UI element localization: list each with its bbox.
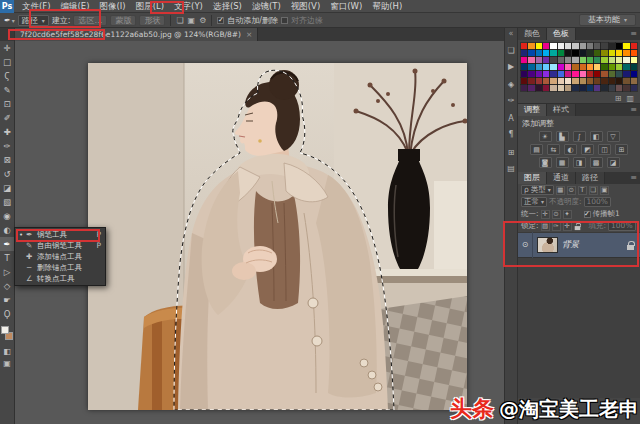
color-swatch[interactable] bbox=[587, 50, 593, 56]
filter-kind-icon[interactable]: T bbox=[578, 186, 587, 195]
flyout-menu-item[interactable]: − 删除锚点工具 bbox=[15, 262, 105, 273]
color-swatch[interactable] bbox=[550, 85, 556, 91]
color-swatch[interactable] bbox=[536, 50, 542, 56]
color-swatch[interactable] bbox=[543, 50, 549, 56]
tool-button[interactable]: ◪ bbox=[0, 181, 14, 195]
color-swatch[interactable] bbox=[543, 57, 549, 63]
tool-button[interactable]: ◇ bbox=[0, 279, 14, 293]
tab-swatches[interactable]: 色板 bbox=[547, 28, 576, 40]
color-swatch[interactable] bbox=[623, 78, 629, 84]
color-swatch[interactable] bbox=[580, 71, 586, 77]
fill-value[interactable]: 100% bbox=[608, 221, 635, 231]
color-swatch[interactable] bbox=[616, 50, 622, 56]
filter-kind-icon[interactable]: ⊙ bbox=[567, 186, 576, 195]
color-swatch[interactable] bbox=[558, 57, 564, 63]
collapsed-panel-icon[interactable]: A bbox=[505, 110, 517, 126]
color-swatch[interactable] bbox=[558, 43, 564, 49]
color-swatch[interactable] bbox=[631, 71, 637, 77]
color-swatch[interactable] bbox=[565, 57, 571, 63]
tab-channels[interactable]: 通道 bbox=[547, 172, 576, 184]
menu-item[interactable]: 选择(S) bbox=[208, 0, 247, 13]
adjustment-icon[interactable]: ◧ bbox=[590, 131, 603, 142]
adjustment-icon[interactable]: ◨ bbox=[573, 157, 586, 168]
unify-icon[interactable]: ✛ bbox=[541, 210, 550, 219]
adjustment-icon[interactable]: ▽ bbox=[607, 131, 620, 142]
lock-option-icon[interactable]: ✛ bbox=[563, 222, 572, 231]
lock-option-icon[interactable]: ✑ bbox=[552, 222, 561, 231]
color-swatch[interactable] bbox=[528, 43, 534, 49]
color-swatch[interactable] bbox=[631, 78, 637, 84]
color-swatch[interactable] bbox=[565, 50, 571, 56]
color-swatch[interactable] bbox=[528, 57, 534, 63]
color-swatch[interactable] bbox=[616, 78, 622, 84]
color-swatch[interactable] bbox=[594, 78, 600, 84]
color-swatch[interactable] bbox=[587, 57, 593, 63]
color-swatch[interactable] bbox=[580, 43, 586, 49]
tool-button[interactable]: ✚ bbox=[0, 125, 14, 139]
color-swatch[interactable] bbox=[565, 85, 571, 91]
lock-option-icon[interactable]: ▨ bbox=[541, 222, 550, 231]
color-swatch[interactable] bbox=[609, 43, 615, 49]
color-swatch[interactable] bbox=[601, 78, 607, 84]
color-swatch[interactable] bbox=[609, 57, 615, 63]
color-swatch[interactable] bbox=[536, 78, 542, 84]
color-swatch[interactable] bbox=[572, 85, 578, 91]
color-swatch[interactable] bbox=[587, 71, 593, 77]
color-swatch[interactable] bbox=[550, 78, 556, 84]
color-swatch[interactable] bbox=[543, 85, 549, 91]
color-swatch[interactable] bbox=[536, 57, 542, 63]
layer-filter-select[interactable]: ρ 类型 ▾ bbox=[521, 185, 554, 195]
menu-item[interactable]: 图层(L) bbox=[131, 0, 169, 13]
color-swatch[interactable] bbox=[594, 57, 600, 63]
color-swatch[interactable] bbox=[536, 85, 542, 91]
color-swatch[interactable] bbox=[609, 64, 615, 70]
color-swatch[interactable] bbox=[623, 64, 629, 70]
color-swatch[interactable] bbox=[565, 78, 571, 84]
tool-mode-select[interactable]: 路径 ▾ bbox=[18, 15, 49, 26]
tool-button[interactable]: ✛ bbox=[0, 41, 14, 55]
tool-button[interactable]: ↺ bbox=[0, 167, 14, 181]
color-swatch[interactable] bbox=[609, 85, 615, 91]
color-swatch[interactable] bbox=[631, 57, 637, 63]
adjustment-icon[interactable]: ☀ bbox=[539, 131, 552, 142]
blend-mode-select[interactable]: 正常 ▾ bbox=[521, 197, 547, 207]
color-swatch[interactable] bbox=[609, 78, 615, 84]
color-swatch[interactable] bbox=[623, 71, 629, 77]
unify-icon[interactable]: ✦ bbox=[563, 210, 572, 219]
color-swatch[interactable] bbox=[580, 57, 586, 63]
panel-menu-icon[interactable]: ≡ bbox=[630, 28, 640, 40]
color-swatch[interactable] bbox=[521, 50, 527, 56]
align-edges-checkbox[interactable] bbox=[281, 17, 288, 24]
collapsed-panel-icon[interactable]: ▶ bbox=[505, 58, 517, 74]
color-swatch[interactable] bbox=[616, 43, 622, 49]
tool-button[interactable]: ✎ bbox=[0, 83, 14, 97]
color-swatch[interactable] bbox=[587, 64, 593, 70]
color-swatch[interactable] bbox=[543, 78, 549, 84]
color-swatch[interactable] bbox=[601, 85, 607, 91]
menu-item[interactable]: 编辑(E) bbox=[56, 0, 95, 13]
filter-kind-icon[interactable]: ❏ bbox=[589, 186, 598, 195]
color-swatch[interactable] bbox=[521, 57, 527, 63]
tool-button[interactable]: ⊠ bbox=[0, 153, 14, 167]
color-swatch[interactable] bbox=[587, 78, 593, 84]
color-swatch[interactable] bbox=[594, 50, 600, 56]
path-operation-icon[interactable]: ❏ bbox=[176, 16, 183, 25]
lock-all-icon[interactable] bbox=[574, 222, 580, 229]
adjustment-icon[interactable]: ▤ bbox=[530, 144, 543, 155]
tab-adjustments[interactable]: 调整 bbox=[518, 104, 547, 116]
color-swatch[interactable] bbox=[550, 43, 556, 49]
color-swatch[interactable] bbox=[521, 85, 527, 91]
tab-color[interactable]: 颜色 bbox=[518, 28, 547, 40]
flyout-menu-item[interactable]: • ✒ 钢笔工具 P bbox=[15, 229, 105, 240]
color-swatch[interactable] bbox=[594, 64, 600, 70]
color-swatch[interactable] bbox=[580, 50, 586, 56]
color-swatch[interactable] bbox=[601, 64, 607, 70]
color-swatch[interactable] bbox=[616, 57, 622, 63]
color-swatch[interactable] bbox=[565, 71, 571, 77]
color-swatch[interactable] bbox=[565, 64, 571, 70]
color-swatch[interactable] bbox=[587, 85, 593, 91]
color-swatch[interactable] bbox=[572, 43, 578, 49]
menu-item[interactable]: 滤镜(T) bbox=[247, 0, 286, 13]
collapsed-panel-icon[interactable]: ▤ bbox=[505, 160, 517, 176]
close-tab-icon[interactable]: × bbox=[246, 28, 252, 41]
